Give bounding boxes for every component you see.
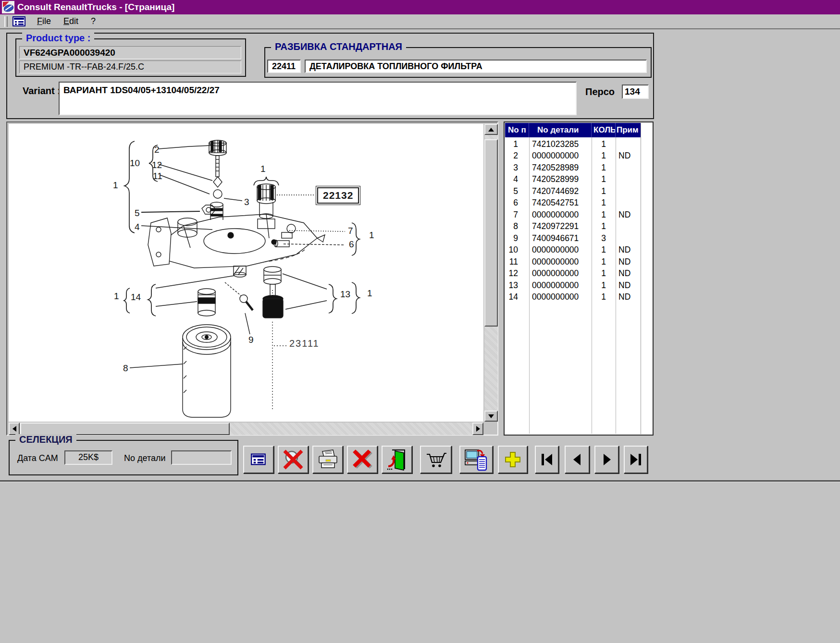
perso-label: Персо	[585, 86, 615, 97]
application-window: Consult RenaultTrucks - [Страница] File …	[0, 0, 840, 643]
diagram-callout: 13	[340, 290, 350, 299]
details-button[interactable]	[243, 446, 274, 473]
window-title: Consult RenaultTrucks - [Страница]	[17, 2, 174, 12]
scroll-right-button[interactable]	[472, 423, 483, 435]
diagram-callout: 11	[153, 171, 162, 181]
cell-no: 7	[505, 210, 529, 220]
cell-part: 0000000000	[529, 257, 592, 267]
diagram-callout: 5	[135, 208, 140, 218]
cell-no: 14	[505, 292, 529, 302]
cell-note: ND	[616, 257, 641, 267]
drawing-region: 11021211354176111413198 22132 23111	[6, 121, 498, 436]
horizontal-scrollbar[interactable]	[9, 423, 483, 435]
section-ref-label: 23111	[289, 338, 320, 349]
cell-part: 0000000000	[529, 292, 592, 302]
table-row[interactable]: 874209722911	[505, 221, 641, 233]
breakdown-group: РАЗБИВКА СТАНДАРТНАЯ 22411 ДЕТАЛИРОВКА Т…	[264, 47, 652, 78]
cell-qty: 1	[592, 280, 616, 291]
breakdown-code-field[interactable]: 22411	[267, 60, 301, 73]
column-header-quantity[interactable]: КОЛЬ	[592, 123, 616, 137]
add-button[interactable]	[498, 446, 528, 473]
table-row[interactable]: 674205427511	[505, 197, 641, 209]
breakdown-label: РАЗБИВКА СТАНДАРТНАЯ	[271, 41, 406, 52]
cell-part: 7400946671	[529, 233, 592, 243]
cancel-zoom-button[interactable]	[278, 446, 309, 473]
exit-button[interactable]	[382, 446, 412, 473]
prev-page-button[interactable]	[565, 446, 590, 473]
cell-no: 6	[505, 198, 529, 208]
variant-field[interactable]: ВАРИАНТ 1DS04/05+13104/05/22/27	[59, 82, 577, 115]
diagram-callout: 10	[130, 158, 140, 168]
header-panel: Product type : VF624GPA000039420 PREMIUM…	[6, 33, 654, 119]
send-to-pc-icon	[464, 448, 488, 471]
vertical-scroll-thumb[interactable]	[484, 139, 498, 327]
send-to-pc-button[interactable]	[459, 446, 493, 473]
table-row[interactable]: 200000000001ND	[505, 150, 641, 162]
table-row[interactable]: 700000000001ND	[505, 209, 641, 221]
diagram-callout: 7	[348, 226, 353, 235]
vertical-scrollbar[interactable]	[484, 124, 498, 422]
cell-qty: 1	[592, 221, 616, 231]
table-row[interactable]: 1400000000001ND	[505, 291, 641, 303]
menu-item-help[interactable]: ?	[85, 15, 102, 27]
form-icon[interactable]	[12, 16, 26, 27]
selection-group: СЕЛЕКЦИЯ Дата CAM 25K$ No детали	[9, 440, 238, 475]
table-row[interactable]: 574207446921	[505, 185, 641, 197]
next-page-button[interactable]	[594, 446, 619, 473]
scroll-up-button[interactable]	[484, 124, 498, 135]
left-arrow-icon	[12, 426, 16, 432]
column-header-note[interactable]: Прим	[616, 123, 641, 137]
table-row[interactable]: 174210232851	[505, 138, 641, 150]
cell-no: 1	[505, 139, 529, 149]
last-page-button[interactable]	[624, 446, 648, 473]
product-name-field[interactable]: PREMIUM -TR--FAB-24.F/25.C	[19, 61, 241, 73]
part-number-label: No детали	[124, 453, 166, 463]
figure-ref-box[interactable]: 22132	[317, 187, 359, 204]
menu-bar: File Edit ?	[0, 14, 840, 29]
cell-no: 3	[505, 163, 529, 173]
data-cam-field[interactable]: 25K$	[64, 450, 112, 465]
column-header-part-number[interactable]: No детали	[529, 123, 592, 137]
column-header-position[interactable]: No п	[505, 123, 529, 137]
cell-part: 0000000000	[529, 210, 592, 220]
scroll-left-button[interactable]	[9, 423, 20, 435]
table-row[interactable]: 974009466713	[505, 232, 641, 244]
cell-qty: 1	[592, 186, 616, 196]
cell-no: 12	[505, 268, 529, 279]
table-row[interactable]: 374205289891	[505, 162, 641, 174]
delete-button[interactable]	[347, 446, 378, 473]
cell-no: 13	[505, 280, 529, 291]
diagram-callout-layer: 11021211354176111413198	[9, 124, 483, 422]
table-row[interactable]: 1000000000001ND	[505, 244, 641, 256]
cart-button[interactable]	[420, 446, 452, 473]
print-button[interactable]	[312, 446, 343, 473]
diagram-callout: 8	[123, 364, 128, 373]
breakdown-description-field[interactable]: ДЕТАЛИРОВКА ТОПЛИВНОГО ФИЛЬТРА	[305, 60, 647, 73]
part-number-field[interactable]	[171, 450, 232, 465]
menu-item-file[interactable]: File	[31, 15, 57, 27]
perso-field[interactable]: 134	[622, 85, 649, 99]
first-page-button[interactable]	[535, 446, 559, 473]
cell-no: 11	[505, 257, 529, 267]
scroll-down-button[interactable]	[484, 411, 498, 422]
diagram-callout: 1	[260, 164, 266, 173]
horizontal-scroll-thumb[interactable]	[20, 423, 230, 435]
menu-item-edit[interactable]: Edit	[57, 15, 85, 27]
diagram-callout: 4	[135, 222, 140, 231]
first-page-icon	[539, 452, 555, 467]
table-row[interactable]: 1300000000001ND	[505, 279, 641, 291]
delete-x-icon	[351, 449, 373, 471]
cell-qty: 1	[592, 198, 616, 208]
table-row[interactable]: 1100000000001ND	[505, 256, 641, 268]
cell-qty: 1	[592, 257, 616, 267]
table-row[interactable]: 1200000000001ND	[505, 268, 641, 280]
diagram-callout: 14	[131, 292, 141, 302]
product-code-field[interactable]: VF624GPA000039420	[19, 46, 241, 59]
cell-note: ND	[616, 280, 641, 291]
diagram-callout: 12	[152, 160, 162, 170]
cell-qty: 1	[592, 139, 616, 149]
up-arrow-icon	[488, 128, 494, 132]
cell-part: 0000000000	[529, 245, 592, 255]
cell-note: ND	[616, 245, 641, 255]
table-row[interactable]: 474205289991	[505, 174, 641, 186]
